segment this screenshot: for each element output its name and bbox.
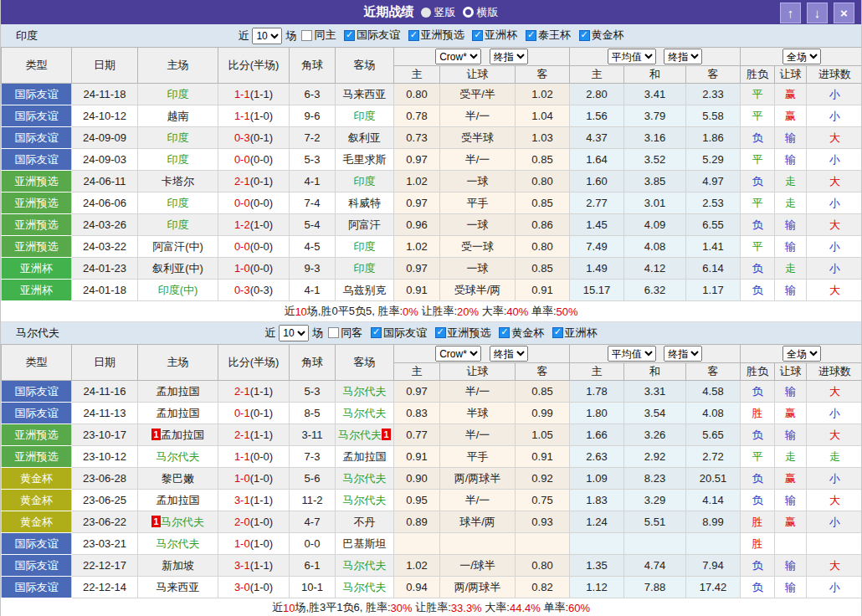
avg-away: 17.42	[686, 577, 741, 598]
corner-score: 6-1	[290, 555, 336, 577]
radio-unselected-icon[interactable]	[463, 7, 474, 18]
match-date: 24-09-09	[72, 127, 138, 149]
bookmaker-select[interactable]: Crow*	[435, 49, 481, 64]
avg-draw: 3.52	[624, 149, 686, 171]
odds-away: 0.80	[516, 555, 570, 577]
scope-select[interactable]: 全场	[782, 49, 821, 64]
checkbox-icon[interactable]	[408, 30, 419, 41]
match-row: 国际友谊 22-12-14 马来西亚 3-0(1-0) 10-1 马尔代夫 0.…	[2, 577, 862, 598]
final-euro-select[interactable]: 终指	[664, 49, 702, 64]
checkbox-icon[interactable]	[552, 327, 563, 338]
home-team-name: 印度	[167, 153, 189, 166]
competition-checkbox[interactable]: 国际友谊	[344, 28, 400, 43]
checkbox-icon[interactable]	[301, 30, 312, 41]
score: 2-1(1-1)	[218, 424, 290, 446]
col-header-corner: 角球	[290, 345, 336, 381]
fulltime-score: 2-0	[234, 516, 250, 528]
result-full: 负	[741, 577, 775, 598]
result-full: 平	[741, 236, 775, 258]
final-euro-select[interactable]: 终指	[664, 346, 702, 362]
home-team-name: 越南	[167, 110, 189, 122]
competition-checkbox[interactable]: 国际友谊	[371, 326, 427, 341]
subcol-result: 胜负	[741, 363, 775, 381]
competition-checkbox[interactable]: 黄金杯	[579, 28, 624, 43]
bookmaker-select[interactable]: Crow*	[435, 346, 481, 362]
avg-away: 1.41	[686, 236, 741, 258]
competition-filters: 同客 国际友谊 亚洲预选 黄金杯	[323, 326, 598, 341]
average-select[interactable]: 平均值	[608, 49, 656, 64]
result-full: 平	[741, 105, 775, 127]
result-handicap: 走	[775, 192, 807, 214]
summary-segment: 单率:	[528, 304, 556, 319]
result-goals: 小	[807, 403, 862, 424]
fulltime-score: 0-3	[234, 284, 250, 296]
corner-score: 7-3	[290, 446, 336, 468]
match-row: 亚洲预选 24-06-11 卡塔尔 2-1(0-1) 4-1 印度 1.02 一…	[2, 171, 862, 192]
home-team: 印度	[138, 149, 218, 171]
final-odds-select[interactable]: 终指	[490, 49, 528, 64]
subcol-goals: 进球数	[807, 66, 862, 84]
scope-select[interactable]: 全场	[782, 346, 821, 362]
match-row: 亚洲预选 24-06-06 印度 0-0(0-0) 7-4 科威特 0.97 平…	[2, 192, 862, 214]
halftime-score: (1-0)	[250, 581, 273, 593]
move-up-button[interactable]: ↑	[780, 3, 801, 23]
odds-home: 0.80	[394, 84, 440, 105]
matches-unit-label: 场	[312, 326, 323, 341]
home-team-name: 印度	[167, 88, 189, 100]
match-count-select[interactable]: 10	[279, 325, 309, 341]
competition-checkbox[interactable]: 亚洲杯	[552, 326, 598, 341]
checkbox-icon[interactable]	[499, 327, 510, 338]
result-full: 负	[741, 280, 775, 301]
avg-home: 1.60	[570, 171, 624, 192]
home-team-name: 孟加拉国	[156, 494, 200, 506]
result-handicap: 走	[775, 446, 807, 468]
handicap-line: 一球	[440, 258, 516, 280]
checkbox-icon[interactable]	[472, 30, 483, 41]
match-row: 国际友谊 24-11-13 孟加拉国 0-1(0-1) 8-5 马尔代夫 0.8…	[2, 403, 862, 424]
match-date: 24-09-03	[72, 149, 138, 171]
competition-checkbox[interactable]: 黄金杯	[499, 326, 544, 341]
competition-checkbox[interactable]: 亚洲预选	[408, 28, 464, 43]
competition-checkbox[interactable]: 同客	[328, 326, 362, 341]
odds-home: 0.78	[394, 105, 440, 127]
handicap-line: 半/一	[440, 490, 516, 511]
layout-radio-horizontal[interactable]: 横版	[463, 5, 499, 20]
avg-away: 5.65	[686, 424, 741, 446]
checkbox-icon[interactable]	[371, 327, 382, 338]
competition-checkbox[interactable]: 亚洲杯	[472, 28, 517, 43]
competition-checkbox[interactable]: 同主	[301, 28, 336, 43]
radio-selected-icon[interactable]	[421, 8, 431, 18]
move-down-button[interactable]: ↓	[807, 3, 828, 23]
final-odds-select[interactable]: 终指	[490, 346, 528, 362]
competition-checkbox[interactable]: 泰王杯	[526, 28, 571, 43]
score: 0-0(0-0)	[218, 236, 290, 258]
handicap-line: 受半球	[440, 127, 516, 149]
home-team: 新加坡	[138, 555, 218, 577]
home-team: 印度	[138, 127, 218, 149]
home-team: 1马尔代夫	[138, 511, 218, 533]
score: 1-1(0-0)	[218, 446, 290, 468]
checkbox-icon[interactable]	[526, 30, 536, 41]
checkbox-label: 国际友谊	[383, 326, 427, 341]
col-header-type: 类型	[2, 48, 72, 84]
average-select[interactable]: 平均值	[608, 346, 656, 362]
avg-draw: 3.31	[624, 381, 686, 403]
avg-home: 1.56	[570, 105, 624, 127]
checkbox-icon[interactable]	[435, 327, 446, 338]
close-button[interactable]: ×	[834, 3, 854, 23]
score: 2-1(0-1)	[218, 171, 290, 192]
checkbox-icon[interactable]	[579, 30, 590, 41]
summary-segment: 60%	[568, 602, 590, 614]
checkbox-icon[interactable]	[328, 327, 339, 338]
result-handicap: 输	[775, 280, 807, 301]
home-team: 印度(中)	[138, 280, 218, 301]
checkbox-icon[interactable]	[344, 30, 355, 41]
match-count-select[interactable]: 10	[252, 28, 282, 44]
avg-draw: 4.08	[624, 236, 686, 258]
result-full: 平	[741, 149, 775, 171]
competition-checkbox[interactable]: 亚洲预选	[435, 326, 491, 341]
result-full: 负	[741, 555, 775, 577]
layout-radio-vertical[interactable]: 竖版	[421, 5, 456, 20]
result-handicap: 走	[775, 171, 807, 192]
home-team: 1孟加拉国	[138, 424, 218, 446]
